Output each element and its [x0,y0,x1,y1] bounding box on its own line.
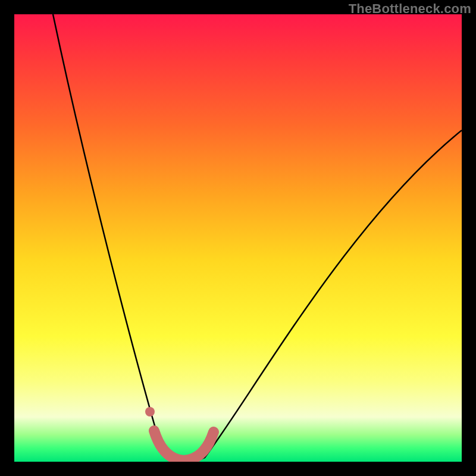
marker-dot [145,407,155,416]
chart-svg [14,14,462,462]
watermark-text: TheBottleneck.com [349,1,471,17]
bottleneck-curve [53,14,462,461]
valley-highlight [154,431,214,461]
chart-plot-area [14,14,462,462]
